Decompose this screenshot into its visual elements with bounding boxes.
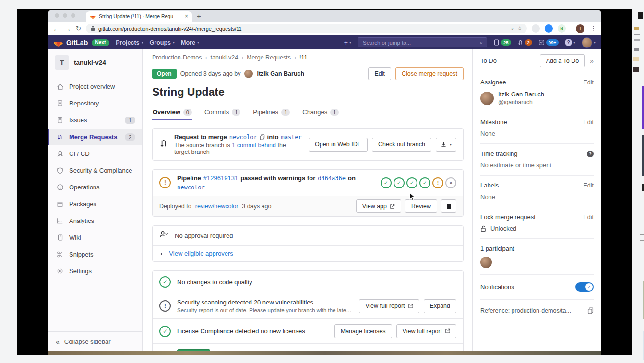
zoom-app-extension-icon[interactable] (545, 24, 553, 33)
copy-branch-icon[interactable] (260, 134, 265, 140)
tab-commits[interactable]: Commits1 (204, 105, 241, 120)
collapse-right-sidebar-icon[interactable]: » (590, 57, 594, 65)
screen-fragment (640, 240, 644, 241)
global-search[interactable]: ⌕ (358, 37, 487, 47)
sidebar-item-settings[interactable]: Settings (48, 263, 142, 280)
issues-counter[interactable]: 25 (493, 39, 511, 46)
add-todo-button[interactable]: Add a To Do (540, 54, 585, 67)
manage-licenses-button[interactable]: Manage licenses (334, 324, 392, 338)
notifications-toggle[interactable]: ✓ (575, 282, 594, 292)
sidebar-nav: Project overview Repository Issues 1 Mer… (48, 78, 142, 280)
stage-expand-icon[interactable] (445, 177, 456, 188)
open-in-web-ide-button[interactable]: Open in Web IDE (309, 138, 368, 152)
breadcrumb-section[interactable]: Merge Requests (247, 54, 291, 61)
view-app-button[interactable]: View app (356, 199, 401, 213)
help-menu[interactable]: ? ▾ (565, 39, 575, 46)
close-merge-request-button[interactable]: Close merge request (395, 67, 464, 80)
sidebar-item-operations[interactable]: Operations (48, 179, 142, 196)
project-header[interactable]: T tanuki-v24 (48, 49, 142, 73)
author-avatar[interactable] (244, 70, 253, 78)
sidebar-item-packages[interactable]: Packages (48, 196, 142, 212)
assignee-edit-link[interactable]: Edit (583, 79, 594, 86)
participant-avatar[interactable] (480, 257, 492, 268)
commits-behind-link[interactable]: 1 commit behind (232, 142, 276, 149)
sidebar-item-wiki[interactable]: Wiki (48, 229, 142, 246)
breadcrumb-group[interactable]: Production-Demos (152, 54, 202, 61)
breadcrumb-project[interactable]: tanuki-v24 (211, 54, 239, 61)
reload-icon[interactable]: ↻ (76, 25, 81, 32)
search-icon: ⌕ (480, 39, 483, 46)
browser-profile-avatar[interactable]: I (576, 24, 584, 33)
copy-reference-icon[interactable] (587, 307, 594, 314)
download-dropdown-button[interactable]: ▾ (436, 138, 456, 152)
labels-edit-link[interactable]: Edit (583, 182, 594, 189)
tab-close-icon[interactable]: × (185, 13, 188, 20)
n-extension-icon[interactable]: N (558, 24, 566, 33)
chevron-down-icon: ▾ (173, 40, 175, 45)
bookmark-star-icon[interactable]: ☆ (517, 25, 522, 32)
merge-requests-counter[interactable]: 2 (517, 39, 532, 46)
address-bar[interactable]: gitlab.com/production-demos/tanuki-v24/-… (86, 24, 527, 33)
window-minimize-button[interactable] (63, 13, 67, 18)
stage-passed-icon[interactable] (419, 177, 430, 188)
groups-menu[interactable]: Groups▾ (150, 39, 175, 46)
target-branch-ref[interactable]: master (281, 134, 301, 141)
extension-icon[interactable] (532, 24, 540, 33)
browser-tab[interactable]: String Update (!11) · Merge Requ × (86, 11, 192, 22)
new-tab-button[interactable]: + (197, 12, 201, 20)
assignee-avatar[interactable] (480, 92, 494, 105)
view-approvers-row[interactable]: › View eligible approvers (153, 245, 463, 261)
todos-counter[interactable]: 99+ (538, 39, 559, 46)
help-icon[interactable]: ? (587, 151, 594, 157)
stage-passed-icon[interactable] (394, 177, 405, 188)
stage-passed-icon[interactable] (406, 177, 417, 188)
sidebar-item-project-overview[interactable]: Project overview (48, 78, 142, 95)
new-menu[interactable]: +▾ (344, 39, 351, 47)
gitlab-logo[interactable]: GitLab Next (54, 38, 109, 47)
pipeline-id-link[interactable]: #129619131 (203, 175, 238, 182)
success-icon (159, 351, 171, 352)
collapse-sidebar-button[interactable]: « Collapse sidebar (48, 331, 142, 351)
milestone-edit-link[interactable]: Edit (583, 119, 594, 126)
sidebar-item-issues[interactable]: Issues 1 (48, 112, 142, 129)
sidebar-item-repository[interactable]: Repository (48, 95, 142, 112)
shield-icon (56, 167, 64, 174)
tab-overview[interactable]: Overview0 (152, 105, 192, 120)
source-branch-ref[interactable]: newcolor (229, 134, 257, 141)
back-icon[interactable]: ← (53, 25, 60, 33)
projects-menu[interactable]: Projects▾ (116, 39, 143, 46)
sidebar-item-analytics[interactable]: Analytics (48, 212, 142, 229)
view-full-report-button[interactable]: View full report (396, 324, 456, 338)
stop-environment-button[interactable] (441, 199, 456, 213)
user-menu[interactable]: ▾ (582, 37, 596, 48)
stage-warning-icon[interactable] (432, 177, 443, 188)
commit-sha-link[interactable]: d464a36e (318, 175, 346, 182)
window-close-button[interactable] (55, 13, 59, 18)
tab-changes[interactable]: Changes1 (302, 105, 339, 120)
edit-button[interactable]: Edit (368, 67, 391, 80)
sidebar-item-security-compliance[interactable]: Security & Compliance (48, 162, 142, 179)
assignee-name[interactable]: Itzik Gan Baruch (498, 91, 544, 98)
window-zoom-button[interactable] (71, 13, 75, 18)
stage-passed-icon[interactable] (381, 177, 392, 188)
request-prefix: Request to merge (174, 133, 227, 141)
lock-edit-link[interactable]: Edit (583, 214, 594, 221)
tab-pipelines[interactable]: Pipelines1 (252, 105, 290, 120)
pipeline-branch-ref[interactable]: newcolor (177, 184, 205, 191)
author-name[interactable]: Itzik Gan Baruch (257, 70, 304, 77)
view-full-report-button[interactable]: View full report (359, 299, 419, 313)
sidebar-item-merge-requests[interactable]: Merge Requests 2 (48, 129, 142, 145)
check-out-branch-button[interactable]: Check out branch (372, 138, 431, 152)
forward-icon[interactable]: → (64, 25, 71, 33)
sidebar-item-ci-cd[interactable]: CI / CD (48, 145, 142, 162)
merge-button[interactable]: Merge (177, 349, 210, 351)
search-input[interactable] (362, 39, 480, 46)
sidebar-item-snippets[interactable]: Snippets (48, 246, 142, 263)
expand-button[interactable]: Expand (424, 299, 456, 313)
zoom-page-icon[interactable]: ⌕ (511, 25, 514, 32)
view-eligible-approvers-link[interactable]: View eligible approvers (169, 250, 233, 257)
window-controls[interactable] (55, 10, 75, 22)
browser-menu-icon[interactable]: ⋮ (590, 25, 596, 32)
environment-link[interactable]: review/newcolor (195, 203, 239, 210)
more-menu[interactable]: More▾ (181, 39, 199, 46)
